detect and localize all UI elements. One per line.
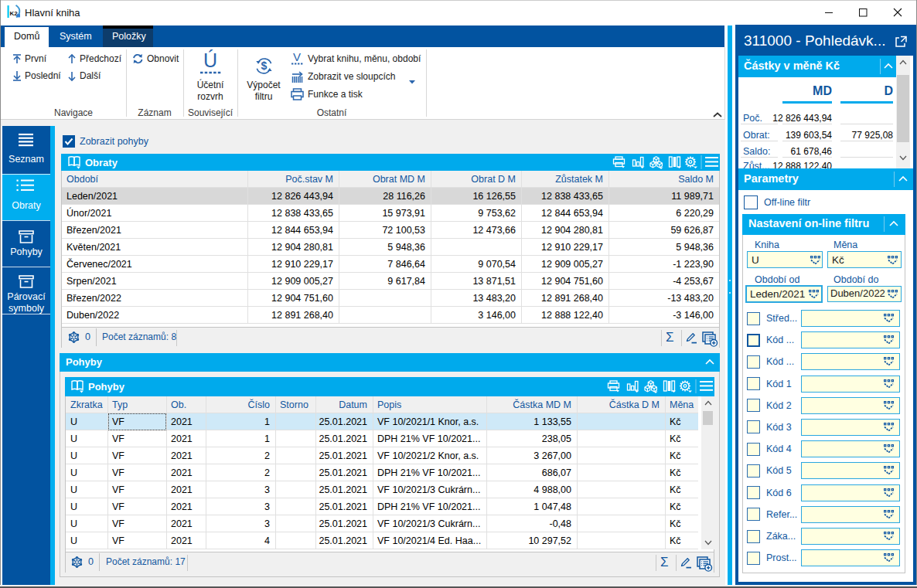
svg-text:$: $ — [261, 59, 268, 72]
svg-text:K2: K2 — [10, 10, 19, 17]
